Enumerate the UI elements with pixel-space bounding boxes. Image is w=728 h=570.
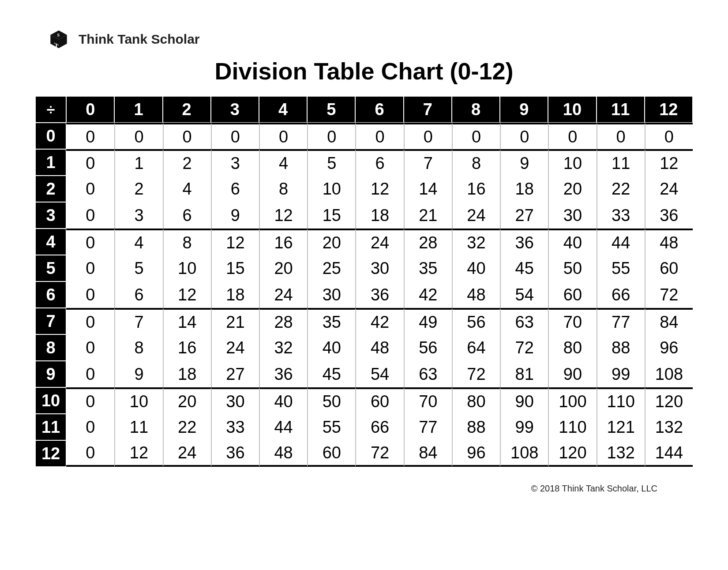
cell: 63 — [500, 308, 548, 334]
cell: 0 — [66, 334, 114, 361]
cell: 45 — [307, 361, 355, 387]
cell: 14 — [163, 308, 211, 334]
table-row: 5051015202530354045505560 — [35, 255, 693, 281]
cell: 0 — [66, 440, 114, 467]
cell: 0 — [66, 255, 114, 281]
cell: 0 — [163, 123, 211, 149]
row-header: 2 — [35, 176, 66, 202]
cell: 110 — [597, 387, 645, 414]
table-row: 90918273645546372819099108 — [35, 361, 693, 387]
cell: 0 — [114, 123, 162, 149]
cell: 24 — [645, 176, 693, 202]
cell: 9 — [211, 202, 259, 229]
cell: 0 — [404, 123, 452, 149]
cell: 81 — [500, 361, 548, 387]
cell: 84 — [645, 308, 693, 334]
cell: 72 — [452, 361, 500, 387]
cell: 120 — [645, 387, 693, 414]
cell: 50 — [307, 387, 355, 414]
cell: 110 — [548, 414, 596, 440]
cell: 36 — [645, 202, 693, 229]
cell: 63 — [404, 361, 452, 387]
cell: 33 — [597, 202, 645, 229]
cell: 30 — [307, 281, 355, 308]
cell: 50 — [548, 255, 596, 281]
cell: 56 — [452, 308, 500, 334]
row-header: 6 — [35, 281, 66, 308]
cell: 55 — [307, 414, 355, 440]
cell: 66 — [355, 414, 403, 440]
cell: 10 — [548, 149, 596, 176]
cell: 7 — [114, 308, 162, 334]
cell: 36 — [500, 229, 548, 255]
cell: 27 — [211, 361, 259, 387]
cell: 0 — [66, 202, 114, 229]
col-header: 5 — [307, 96, 355, 123]
cell: 12 — [114, 440, 162, 467]
cell: 21 — [404, 202, 452, 229]
row-header: 0 — [35, 123, 66, 149]
cell: 96 — [645, 334, 693, 361]
cell: 0 — [211, 123, 259, 149]
cell: 24 — [355, 229, 403, 255]
cell: 4 — [163, 176, 211, 202]
cell: 0 — [66, 308, 114, 334]
cell: 3 — [114, 202, 162, 229]
cell: 0 — [500, 123, 548, 149]
cell: 16 — [452, 176, 500, 202]
cell: 84 — [404, 440, 452, 467]
cell: 40 — [307, 334, 355, 361]
cell: 120 — [548, 440, 596, 467]
col-header: 3 — [211, 96, 259, 123]
col-header: 6 — [355, 96, 403, 123]
col-header: 1 — [114, 96, 162, 123]
row-header: 8 — [35, 334, 66, 361]
cell: 5 — [307, 149, 355, 176]
cell: 3 — [211, 149, 259, 176]
row-header: 11 — [35, 414, 66, 440]
cell: 88 — [452, 414, 500, 440]
table-row: 6061218243036424854606672 — [35, 281, 693, 308]
cell: 12 — [163, 281, 211, 308]
cell: 64 — [452, 334, 500, 361]
cell: 0 — [66, 281, 114, 308]
cell: 18 — [500, 176, 548, 202]
cell: 16 — [163, 334, 211, 361]
row-header: 4 — [35, 229, 66, 255]
cell: 0 — [355, 123, 403, 149]
col-header: 12 — [645, 96, 693, 123]
cell: 4 — [114, 229, 162, 255]
col-header: 0 — [66, 96, 114, 123]
cell: 55 — [597, 255, 645, 281]
cell: 44 — [259, 414, 307, 440]
cell: 24 — [452, 202, 500, 229]
cube-logo-icon: T T S — [49, 29, 69, 49]
table-row: 1201224364860728496108120132144 — [35, 440, 693, 467]
cell: 11 — [114, 414, 162, 440]
cell: 60 — [307, 440, 355, 467]
cell: 0 — [66, 414, 114, 440]
cell: 36 — [211, 440, 259, 467]
cell: 12 — [355, 176, 403, 202]
cell: 2 — [163, 149, 211, 176]
cell: 0 — [66, 123, 114, 149]
cell: 32 — [452, 229, 500, 255]
cell: 11 — [597, 149, 645, 176]
cell: 0 — [66, 229, 114, 255]
table-row: 7071421283542495663707784 — [35, 308, 693, 334]
cell: 100 — [548, 387, 596, 414]
col-header: 10 — [548, 96, 596, 123]
cell: 24 — [211, 334, 259, 361]
col-header: 7 — [404, 96, 452, 123]
cell: 108 — [645, 361, 693, 387]
cell: 4 — [259, 149, 307, 176]
cell: 28 — [259, 308, 307, 334]
col-header: 4 — [259, 96, 307, 123]
cell: 36 — [355, 281, 403, 308]
cell: 35 — [404, 255, 452, 281]
cell: 90 — [548, 361, 596, 387]
cell: 48 — [259, 440, 307, 467]
cell: 8 — [452, 149, 500, 176]
cell: 132 — [645, 414, 693, 440]
cell: 24 — [163, 440, 211, 467]
